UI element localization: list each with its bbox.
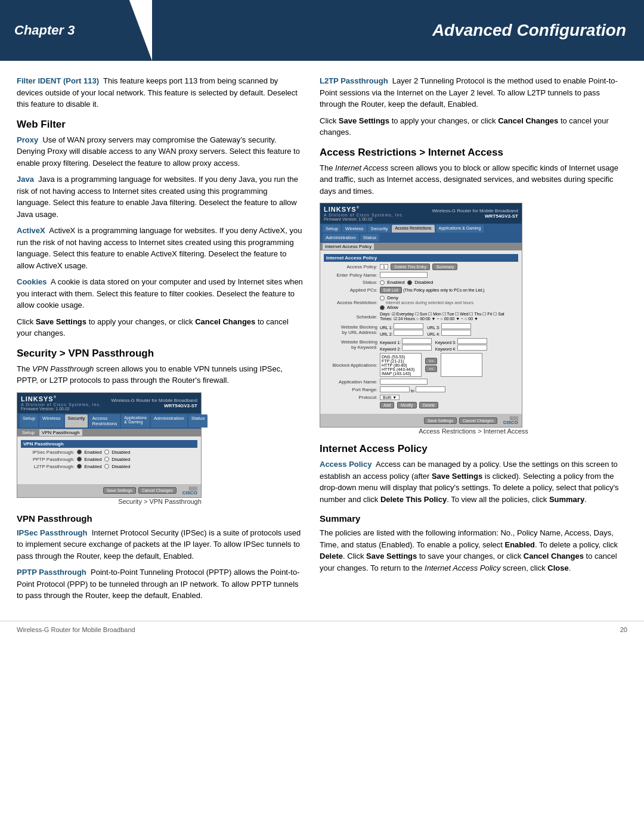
linksys-subtab-vpn: Setup VPN Passthrough: [17, 429, 201, 436]
nav-apps-ar[interactable]: Applications & Gaming: [436, 225, 484, 233]
ar-days: Days: ☑ Everyday ☐ Sun ☐ Mon ☐ Tue ☐ Wed…: [380, 312, 504, 317]
cookies-para: Cookies A cookie is data stored on your …: [17, 276, 303, 311]
vpn-l2tp-value: Enabled Disabled: [77, 464, 130, 469]
ar-apps-list: DNS (53-53) FTP (21-21) HTTP (80-80) HTT…: [380, 353, 422, 377]
footer-page: 20: [620, 626, 627, 633]
pptp-para: PPTP Passthrough Point-to-Point Tunnelin…: [17, 566, 303, 602]
nav-security-vpn[interactable]: Security: [65, 414, 88, 428]
vpn-cancel-button[interactable]: Cancel Changes: [138, 487, 177, 494]
ar-delete-app-btn[interactable]: Delete: [419, 402, 438, 408]
pptp-disabled-radio[interactable]: [104, 457, 109, 462]
nav-apps-vpn[interactable]: Applications & Gaming: [121, 414, 150, 428]
ar-deny-radio[interactable]: [380, 296, 385, 301]
right-column: L2TP Passthrough Layer 2 Tunneling Proto…: [320, 75, 627, 606]
l2tp-term: L2TP Passthrough: [320, 76, 388, 85]
cookies-text: A cookie is data stored on your computer…: [17, 277, 303, 309]
ar-port-from[interactable]: [380, 386, 410, 392]
nav-admin-vpn[interactable]: Administration: [151, 414, 187, 428]
ar-edit-list-btn[interactable]: Edit List: [380, 287, 402, 293]
activex-term: ActiveX: [17, 226, 45, 235]
ar-save-button[interactable]: Save Settings: [424, 417, 457, 424]
firmware-vpn: Firmware Version: 1.00.02: [21, 407, 101, 411]
ar-disabled-radio[interactable]: [407, 280, 412, 285]
linksys-sub-vpn: A Division of Cisco Systems, Inc.: [21, 402, 101, 407]
ar-url3-input[interactable]: [441, 323, 471, 329]
ar-kw4-input[interactable]: [457, 345, 487, 351]
subtab-setup-vpn[interactable]: Setup: [20, 429, 37, 436]
l2tp-enabled-radio[interactable]: [77, 464, 82, 469]
subtab-vpn[interactable]: VPN Passthrough: [39, 429, 82, 436]
ar-summary-btn[interactable]: Summary: [432, 264, 457, 270]
ar-add-app-btn[interactable]: >>: [425, 358, 437, 364]
ar-url2-input[interactable]: [394, 330, 423, 336]
nav-wireless-ar[interactable]: Wireless: [342, 225, 367, 233]
ar-schedule-label: Schedule:: [324, 314, 377, 320]
cisco-lines-vpn: ||||||||: [182, 486, 197, 490]
footer-product: Wireless-G Router for Mobile Broadband: [17, 626, 135, 633]
ar-url4-input[interactable]: [441, 330, 471, 336]
ipsec-term: IPSec Passthrough: [17, 528, 87, 537]
ar-kw3-input[interactable]: [457, 338, 487, 344]
nav-setup-ar[interactable]: Setup: [323, 225, 341, 233]
model-vpn: Wireless-G Router for Mobile Broadband: [111, 398, 197, 403]
filter-ident-para: Filter IDENT (Port 113) This feature kee…: [17, 75, 303, 110]
activex-para: ActiveX ActiveX is a programming languag…: [17, 225, 303, 271]
ar-action-row: Add Modify Delete: [324, 402, 518, 408]
ar-url2: URL 2: URL 4:: [380, 330, 471, 336]
model-num-vpn: WRT54GV2-ST: [111, 403, 197, 408]
linksys-nav-ar: Setup Wireless Security Access Restricti…: [320, 224, 522, 243]
nav-access-ar[interactable]: Access Restrictions: [392, 225, 434, 233]
subtab-internet-policy[interactable]: Internet Access Policy: [323, 243, 374, 250]
main-content: Filter IDENT (Port 113) This feature kee…: [0, 61, 644, 621]
linksys-nav-vpn: Setup Wireless Security Access Restricti…: [17, 413, 201, 429]
ar-add-btn[interactable]: Add: [380, 402, 394, 408]
nav-status-ar[interactable]: Status: [360, 234, 380, 241]
ar-name-input[interactable]: [380, 272, 428, 278]
ar-policy-label: Access Policy:: [324, 264, 377, 270]
pptp-enabled-radio[interactable]: [77, 457, 82, 462]
linksys-header-ar: LINKSYS® A Division of Cisco Systems, In…: [320, 203, 522, 224]
nav-security-ar[interactable]: Security: [368, 225, 391, 233]
access-restrictions-intro: The Internet Access screen allows you to…: [320, 162, 627, 197]
save-cancel-1: Click Save Settings to apply your change…: [17, 316, 303, 339]
ar-portrange-value: to: [380, 386, 445, 393]
ar-url1: URL 1: URL 3:: [380, 323, 471, 330]
chapter-block: Chapter 3: [0, 0, 152, 61]
access-restrictions-heading: Access Restrictions > Internet Access: [320, 147, 627, 159]
ar-cancel-button[interactable]: Cancel Changes: [459, 417, 497, 424]
vpn-pptp-label: PPTP Passthrough:: [21, 457, 75, 462]
ipsec-disabled-radio[interactable]: [104, 450, 109, 454]
vpn-caption: Security > VPN Passthrough: [17, 498, 303, 505]
nav-status-vpn[interactable]: Status: [188, 414, 208, 428]
model-ar: Wireless-G Router for Mobile Broadband: [432, 208, 518, 213]
nav-access-vpn[interactable]: Access Restrictions: [89, 414, 120, 428]
ar-url1-input[interactable]: [394, 323, 423, 329]
ar-remove-app-btn[interactable]: <<: [425, 366, 437, 372]
summary-heading: Summary: [320, 513, 627, 524]
ar-policy-select[interactable]: 1: [380, 264, 388, 270]
ar-kw1-input[interactable]: [402, 338, 432, 344]
proxy-text: Use of WAN proxy servers may compromise …: [17, 135, 300, 168]
ar-screenshot-container: LINKSYS® A Division of Cisco Systems, In…: [320, 203, 627, 435]
ar-time: Times: ☑ 24 Hours ○ 00:00 ▼ ~ ○ 00:00 ▼ …: [380, 317, 504, 321]
nav-setup-vpn[interactable]: Setup: [20, 414, 38, 428]
nav-admin-ar[interactable]: Administration: [323, 234, 359, 241]
ar-modify-btn[interactable]: Modify: [397, 402, 417, 408]
ar-policy-row: Access Policy: 1 Delete This Entry Summa…: [324, 264, 518, 270]
save-cancel-2: Click Save Settings to apply your change…: [320, 115, 627, 138]
ar-delete-btn[interactable]: Delete This Entry: [391, 264, 430, 270]
ar-appname-input[interactable]: [380, 379, 428, 385]
web-filter-heading: Web Filter: [17, 119, 303, 131]
ar-kw2-input[interactable]: [402, 345, 432, 351]
l2tp-disabled-radio[interactable]: [104, 464, 109, 469]
ar-port-to[interactable]: [416, 386, 445, 392]
ipsec-enabled-radio[interactable]: [77, 450, 82, 454]
ar-pcs-row: Applied PCs: Edit List (This Policy appl…: [324, 287, 518, 293]
ar-allow-radio[interactable]: [380, 305, 385, 310]
vpn-save-button[interactable]: Save Settings: [103, 487, 136, 494]
vpn-footer-bar: Save Settings Cancel Changes |||||||| CI…: [17, 484, 201, 497]
ar-protocol-select[interactable]: Both ▼: [380, 395, 400, 400]
page-title: Advanced Configuration: [432, 21, 626, 40]
nav-wireless-vpn[interactable]: Wireless: [39, 414, 64, 428]
ar-enabled-radio[interactable]: [380, 280, 385, 285]
